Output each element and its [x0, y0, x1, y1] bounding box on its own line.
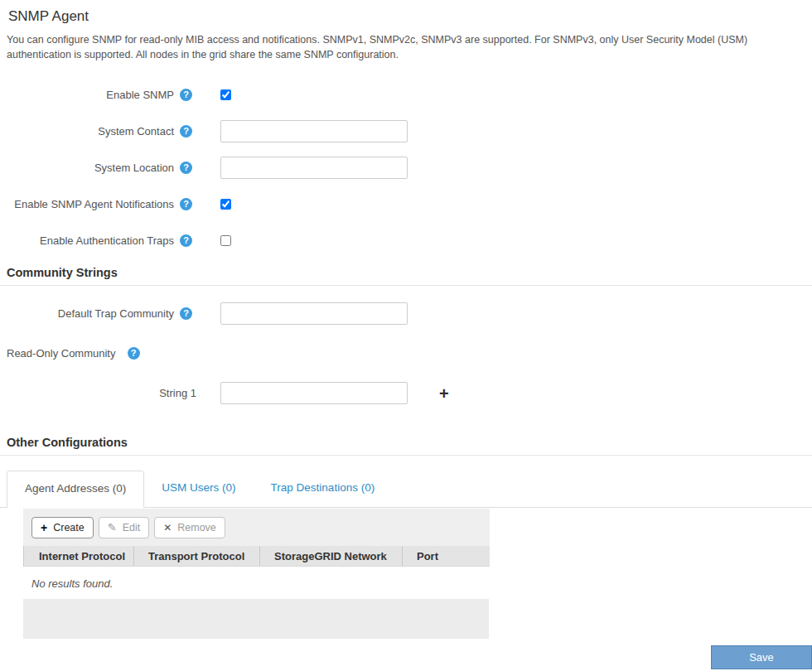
agent-addresses-toolbar: Create Edit Remove	[23, 509, 490, 546]
enable-auth-traps-checkbox[interactable]	[220, 235, 231, 246]
edit-button[interactable]: Edit	[99, 517, 149, 538]
string-1-row: String 1	[0, 382, 812, 404]
help-icon[interactable]	[180, 125, 192, 138]
read-only-community-label: Read-Only Community	[7, 347, 116, 360]
system-contact-label: System Contact	[0, 125, 174, 138]
help-icon[interactable]	[128, 347, 140, 360]
help-icon[interactable]	[180, 234, 192, 247]
help-icon[interactable]	[180, 89, 192, 101]
default-trap-community-input[interactable]	[220, 302, 408, 325]
remove-button[interactable]: Remove	[154, 517, 225, 538]
col-transport-protocol: Transport Protocol	[133, 546, 259, 566]
community-strings-heading: Community Strings	[7, 266, 812, 279]
table-empty-message: No results found.	[31, 577, 812, 590]
col-port: Port	[402, 546, 490, 566]
x-icon	[163, 522, 172, 533]
help-icon[interactable]	[180, 307, 192, 320]
enable-snmp-row: Enable SNMP	[0, 84, 812, 106]
pencil-icon	[108, 521, 117, 533]
col-storagegrid-network: StorageGRID Network	[259, 546, 402, 566]
section-divider	[0, 455, 812, 456]
enable-notifications-label: Enable SNMP Agent Notifications	[0, 198, 174, 210]
create-button-label: Create	[53, 522, 85, 533]
enable-notifications-row: Enable SNMP Agent Notifications	[0, 193, 812, 215]
snmp-form: Enable SNMP System Contact System Locati…	[0, 84, 812, 252]
plus-icon	[41, 521, 47, 534]
read-only-community-row: Read-Only Community	[7, 345, 812, 361]
page-title: SNMP Agent	[8, 8, 812, 25]
section-divider	[0, 285, 812, 286]
default-trap-community-row: Default Trap Community	[0, 302, 812, 325]
table-footer-area	[23, 599, 489, 639]
tab-usm-users[interactable]: USM Users (0)	[144, 471, 253, 507]
help-icon[interactable]	[180, 198, 192, 210]
add-string-plus-icon[interactable]	[439, 385, 449, 402]
edit-button-label: Edit	[123, 522, 141, 533]
col-internet-protocol: Internet Protocol	[24, 546, 133, 566]
remove-button-label: Remove	[177, 522, 216, 533]
enable-snmp-label: Enable SNMP	[0, 89, 174, 101]
string-1-input[interactable]	[220, 382, 408, 404]
other-config-tabs: Agent Addresses (0) USM Users (0) Trap D…	[0, 471, 812, 508]
system-location-row: System Location	[0, 157, 812, 179]
string-1-label: String 1	[0, 387, 196, 399]
system-location-input[interactable]	[220, 157, 408, 179]
enable-notifications-checkbox[interactable]	[220, 199, 231, 210]
agent-addresses-table-header: Internet Protocol Transport Protocol Sto…	[23, 546, 490, 567]
system-location-label: System Location	[0, 162, 174, 174]
system-contact-row: System Contact	[0, 120, 812, 142]
create-button[interactable]: Create	[31, 517, 94, 538]
system-contact-input[interactable]	[220, 120, 408, 142]
enable-auth-traps-row: Enable Authentication Traps	[0, 229, 812, 252]
enable-snmp-checkbox[interactable]	[220, 89, 231, 100]
default-trap-community-label: Default Trap Community	[0, 307, 174, 320]
other-configurations-heading: Other Configurations	[7, 436, 812, 449]
help-icon[interactable]	[180, 162, 192, 174]
enable-auth-traps-label: Enable Authentication Traps	[0, 234, 174, 247]
save-button[interactable]: Save	[711, 645, 812, 669]
tab-agent-addresses[interactable]: Agent Addresses (0)	[7, 471, 144, 508]
snmp-agent-page: SNMP Agent You can configure SNMP for re…	[0, 0, 812, 671]
tab-trap-destinations[interactable]: Trap Destinations (0)	[254, 471, 393, 507]
page-description: You can configure SNMP for read-only MIB…	[7, 32, 805, 62]
